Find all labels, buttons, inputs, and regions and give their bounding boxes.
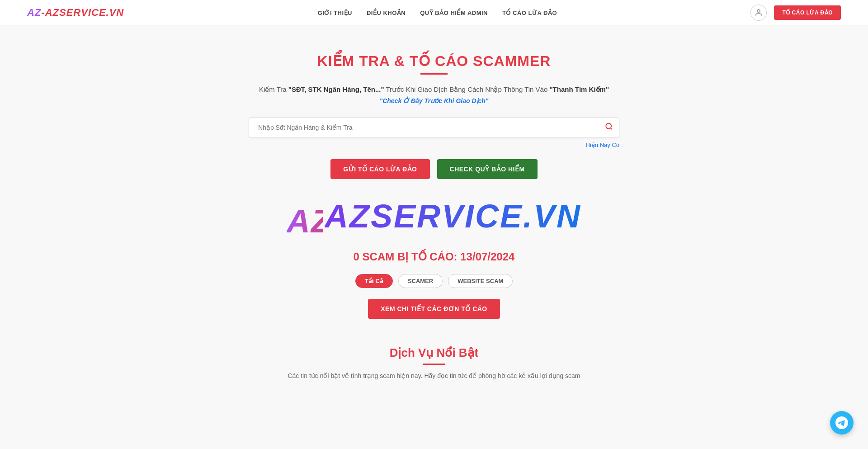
subtitle: Kiểm Tra "SĐT, STK Ngân Hàng, Tên..." Tr… xyxy=(240,85,628,94)
action-buttons: GỬI TỐ CÁO LỪA ĐẢO CHECK QUỸ BẢO HIỂM xyxy=(240,159,628,179)
hien-nay-co: Hiện Nay Có xyxy=(249,142,619,148)
page-title: KIỂM TRA & TỐ CÁO SCAMMER xyxy=(240,52,628,70)
nav-link-gioithieu[interactable]: GIỚI THIỆU xyxy=(318,9,352,16)
subtitle-end: "Thanh Tìm Kiếm" xyxy=(549,85,609,93)
nav-link-quybhiem[interactable]: QUỸ BẢO HIỂM ADMIN xyxy=(420,9,488,16)
nav-item-quybhiem[interactable]: QUỸ BẢO HIỂM ADMIN xyxy=(420,9,488,17)
nav-report-button[interactable]: TỐ CÁO LỪA ĐẢO xyxy=(774,5,841,20)
navbar: AZ-AZSERVICE.VN GIỚI THIỆU ĐIỀU KHOẢN QU… xyxy=(0,0,868,25)
nav-links: GIỚI THIỆU ĐIỀU KHOẢN QUỸ BẢO HIỂM ADMIN… xyxy=(318,9,557,17)
nav-link-dieukhoan[interactable]: ĐIỀU KHOẢN xyxy=(367,9,406,16)
filter-tabs: Tất Cả SCAMER WEBSITE SCAM xyxy=(240,274,628,288)
big-logo: AZ– AZSERVICE.VN xyxy=(287,195,581,237)
subtitle-middle: Trước Khi Giao Dịch Bằng Cách Nhập Thông… xyxy=(384,85,550,93)
search-container xyxy=(249,117,619,138)
svg-line-2 xyxy=(610,128,612,129)
section-underline xyxy=(423,364,445,365)
send-report-button[interactable]: GỬI TỐ CÁO LỪA ĐẢO xyxy=(330,159,429,179)
nav-item-dieukhoan[interactable]: ĐIỀU KHOẢN xyxy=(367,9,406,17)
logo-slash-svg: AZ– xyxy=(287,203,323,235)
main-content: KIỂM TRA & TỐ CÁO SCAMMER Kiểm Tra "SĐT,… xyxy=(231,25,637,408)
svg-point-0 xyxy=(757,9,760,12)
nav-item-tocao[interactable]: TỐ CÁO LỪA ĐẢO xyxy=(502,9,557,17)
featured-title: Dịch Vụ Nổi Bật xyxy=(240,346,628,360)
search-button[interactable] xyxy=(605,123,613,133)
scam-count: 0 SCAM BỊ TỐ CÁO: 13/07/2024 xyxy=(240,250,628,263)
nav-link-tocao[interactable]: TỐ CÁO LỪA ĐẢO xyxy=(502,9,557,16)
check-insurance-button[interactable]: CHECK QUỸ BẢO HIỂM xyxy=(437,159,538,179)
title-underline xyxy=(420,73,448,75)
filter-tab-websitescam[interactable]: WEBSITE SCAM xyxy=(448,274,513,288)
subtitle-prefix: Kiểm Tra xyxy=(259,85,288,93)
view-details-button[interactable]: XEM CHI TIẾT CÁC ĐƠN TỐ CÁO xyxy=(368,299,500,319)
big-logo-area: AZ– AZSERVICE.VN xyxy=(240,195,628,237)
user-icon[interactable] xyxy=(750,5,767,21)
check-cta: "Check Ở Đây Trước Khi Giao Dịch" xyxy=(240,97,628,104)
search-input[interactable] xyxy=(249,117,619,138)
nav-right: TỐ CÁO LỪA ĐẢO xyxy=(750,5,841,21)
filter-tab-tatca[interactable]: Tất Cả xyxy=(355,274,393,288)
logo-az-part: AZ– xyxy=(287,195,323,237)
svg-point-1 xyxy=(606,123,611,129)
subtitle-highlight: "SĐT, STK Ngân Hàng, Tên..." xyxy=(288,85,384,93)
nav-item-gioithieu[interactable]: GIỚI THIỆU xyxy=(318,9,352,17)
svg-text:AZ–: AZ– xyxy=(287,203,323,235)
logo-text-main: AZSERVICE.VN xyxy=(325,198,581,235)
featured-section: Dịch Vụ Nổi Bật Các tin tức nổi bật về t… xyxy=(240,346,628,379)
featured-desc: Các tin tức nổi bật về tình trạng scam h… xyxy=(240,372,628,379)
nav-logo[interactable]: AZ-AZSERVICE.VN xyxy=(27,7,124,19)
filter-tab-scamer[interactable]: SCAMER xyxy=(398,274,443,288)
